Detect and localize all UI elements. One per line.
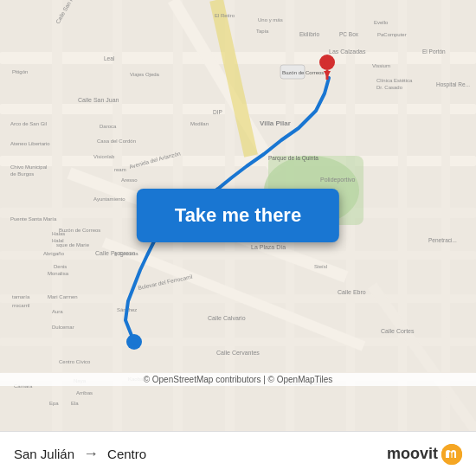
svg-point-97 bbox=[324, 59, 331, 66]
moovit-logo: moovit bbox=[387, 444, 462, 465]
svg-text:PaComputer: PaComputer bbox=[377, 32, 407, 37]
svg-text:Modilan: Modilan bbox=[190, 121, 209, 126]
bottom-bar: San Julián → Centro moovit bbox=[0, 431, 476, 476]
svg-point-101 bbox=[131, 338, 138, 345]
svg-text:Epa: Epa bbox=[49, 401, 59, 406]
svg-text:Pitigón: Pitigón bbox=[12, 69, 28, 74]
svg-text:DIP: DIP bbox=[213, 109, 222, 115]
moovit-icon bbox=[441, 444, 462, 465]
svg-text:Arribas: Arribas bbox=[76, 390, 93, 396]
svg-rect-11 bbox=[113, 0, 122, 431]
svg-text:Penetraci...: Penetraci... bbox=[428, 237, 457, 243]
svg-rect-17 bbox=[441, 0, 450, 431]
svg-text:Evello: Evello bbox=[374, 20, 389, 25]
svg-text:Calle Cortes: Calle Cortes bbox=[381, 328, 415, 334]
svg-text:Abrigaño: Abrigaño bbox=[43, 251, 65, 256]
svg-text:Halas: Halas bbox=[52, 231, 65, 236]
svg-text:Tapia: Tapia bbox=[256, 29, 269, 34]
svg-text:Chivo Municipal: Chivo Municipal bbox=[10, 164, 47, 170]
svg-text:g Gosuma: g Gosuma bbox=[114, 251, 138, 256]
svg-text:Calle Cervantes: Calle Cervantes bbox=[216, 350, 260, 356]
svg-text:Puente Santa María: Puente Santa María bbox=[10, 216, 57, 222]
svg-text:Leal: Leal bbox=[104, 55, 115, 61]
svg-rect-10 bbox=[52, 0, 62, 431]
svg-text:La Plaza Día: La Plaza Día bbox=[251, 244, 286, 250]
svg-text:Hospital Re...: Hospital Re... bbox=[436, 81, 470, 88]
svg-text:Steísl: Steísl bbox=[314, 264, 327, 269]
from-location: San Julián bbox=[14, 447, 74, 461]
svg-text:Villa Pilar: Villa Pilar bbox=[260, 119, 291, 127]
svg-text:Arco de San Gil: Arco de San Gil bbox=[10, 121, 47, 126]
svg-text:Clínica Estética: Clínica Estética bbox=[376, 78, 413, 83]
svg-text:Monalisa: Monalisa bbox=[48, 271, 69, 276]
svg-text:Mari Carmen: Mari Carmen bbox=[48, 294, 78, 299]
svg-text:Ayuntamiento: Ayuntamiento bbox=[93, 196, 125, 202]
svg-text:ream: ream bbox=[114, 167, 126, 172]
svg-text:rrocarril: rrocarril bbox=[12, 303, 29, 308]
svg-text:Denis: Denis bbox=[54, 264, 67, 269]
svg-text:Casa del Cordón: Casa del Cordón bbox=[97, 138, 136, 144]
svg-text:Parque de la Quinta: Parque de la Quinta bbox=[268, 155, 318, 162]
svg-text:Buzón de Correos: Buzón de Correos bbox=[282, 70, 324, 75]
svg-rect-16 bbox=[398, 0, 407, 431]
svg-text:PC Box: PC Box bbox=[339, 31, 359, 37]
svg-text:Calle Ebro: Calle Ebro bbox=[338, 289, 366, 295]
svg-text:Uno y más: Uno y más bbox=[258, 17, 283, 23]
svg-text:Dulcemar: Dulcemar bbox=[52, 325, 74, 330]
svg-text:Aura: Aura bbox=[52, 309, 63, 314]
svg-text:Vissium: Vissium bbox=[372, 63, 390, 68]
map-attribution: © OpenStreetMap contributors | © OpenMap… bbox=[0, 373, 476, 386]
svg-text:Viajes Ojeda: Viajes Ojeda bbox=[130, 72, 160, 77]
svg-text:Ekilíbrio: Ekilíbrio bbox=[299, 31, 320, 37]
svg-text:Visionlab: Visionlab bbox=[93, 154, 115, 159]
svg-text:Calle Calvario: Calle Calvario bbox=[208, 315, 246, 321]
to-location: Centro bbox=[107, 447, 146, 461]
svg-text:Aresso: Aresso bbox=[121, 177, 138, 183]
moovit-wordmark: moovit bbox=[387, 445, 438, 463]
svg-text:Polideportivo: Polideportivo bbox=[320, 177, 356, 183]
svg-text:El Portón: El Portón bbox=[422, 48, 446, 55]
map-container: Calle San Juan Avenida del Arlanzón Call… bbox=[0, 0, 476, 431]
arrow-icon: → bbox=[83, 445, 99, 463]
svg-text:Dr. Casado: Dr. Casado bbox=[376, 85, 403, 90]
svg-text:tamaría: tamaría bbox=[12, 294, 30, 299]
svg-text:sque de Marie: sque de Marie bbox=[56, 242, 90, 248]
svg-text:Ela: Ela bbox=[71, 401, 79, 406]
svg-text:Calle San Juan: Calle San Juan bbox=[78, 97, 119, 103]
svg-text:Las Calzadas: Las Calzadas bbox=[329, 48, 366, 55]
svg-text:Centro Cívico: Centro Cívico bbox=[59, 359, 91, 364]
take-me-there-button[interactable]: Take me there bbox=[137, 189, 339, 242]
app: Calle San Juan Avenida del Arlanzón Call… bbox=[0, 0, 476, 476]
svg-text:de Burgos: de Burgos bbox=[10, 171, 34, 177]
svg-text:Ateneo Libertario: Ateneo Libertario bbox=[10, 141, 50, 146]
svg-text:El Retiro: El Retiro bbox=[215, 13, 235, 18]
svg-text:Daroca: Daroca bbox=[100, 124, 117, 129]
